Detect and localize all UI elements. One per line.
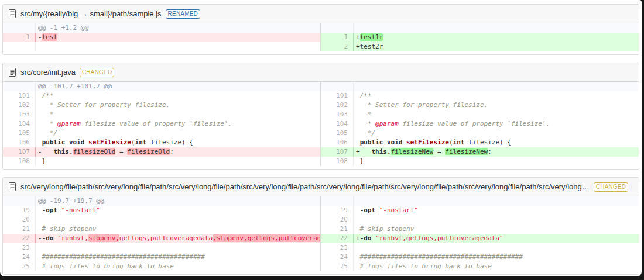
code-segment: -opt: [360, 206, 376, 214]
hunk-header: @@ -101,7 +101,7 @@: [36, 82, 320, 91]
diff-row-right: 2+test2r: [321, 42, 639, 51]
hunk-header-row: @@ -101,7 +101,7 @@: [3, 82, 320, 91]
code-segment: * Setter for property filesize.: [38, 101, 170, 109]
code-segment: +test2r: [356, 43, 383, 50]
code-line: * @param filesize value of property 'fil…: [354, 119, 639, 129]
line-number: 20: [3, 215, 36, 224]
hunk-header-gutter: [321, 23, 354, 33]
status-badge: CHANGED: [80, 68, 114, 77]
code-line: [354, 215, 639, 224]
code-line: -test: [36, 33, 320, 42]
line-number: 108: [3, 157, 36, 166]
hunk-header-row: @@ -1 +1,2 @@: [3, 23, 320, 33]
line-number: 19: [3, 206, 36, 215]
diff-pane-left[interactable]: @@ -101,7 +101,7 @@101 /**102 * Setter f…: [3, 82, 321, 166]
diff-row-right: 19 -opt "-nostart": [321, 206, 639, 215]
line-number: 2: [321, 42, 354, 51]
hunk-header-gutter: [321, 196, 354, 206]
status-badge: CHANGED: [594, 182, 628, 192]
line-number: 20: [321, 215, 354, 224]
code-segment: test: [42, 33, 58, 41]
code-segment: /**: [356, 92, 372, 99]
diff-pane-right[interactable]: 101 /**102 * Setter for property filesiz…: [321, 82, 639, 166]
code-segment: =: [115, 148, 127, 155]
diff-pane-left[interactable]: @@ -1 +1,2 @@1-test: [3, 23, 321, 51]
diff-row-left: 23: [3, 243, 320, 253]
file-name: src/core/init.java: [20, 68, 76, 77]
hunk-header-row: [321, 82, 639, 91]
hunk-header-row: [321, 23, 639, 33]
diff-row-left: 24 #####################################…: [3, 253, 320, 262]
code-segment: * Setter for property filesize.: [356, 101, 488, 109]
hunk-header-gutter: [321, 82, 354, 91]
line-number: 101: [321, 91, 354, 101]
code-segment: }: [356, 157, 364, 165]
code-line: /**: [354, 91, 639, 101]
code-line: # logs files to bring back to base: [36, 262, 320, 271]
code-segment: ########################################…: [38, 253, 205, 261]
code-segment: *: [38, 120, 57, 127]
line-number: 21: [321, 224, 354, 234]
hunk-header: [354, 196, 639, 206]
line-number: 103: [3, 110, 36, 119]
diff-row-right: 20: [321, 215, 639, 224]
code-segment: filesize) {: [464, 139, 511, 146]
code-segment: public void: [42, 139, 88, 146]
code-line: # logs files to bring back to base: [354, 262, 639, 271]
diff-row-right: 22+-do "runbvt,getlogs,pullcoveragedata": [321, 234, 639, 243]
diff-viewer-page: src/my/{really/big → small}/path/sample.…: [0, 0, 642, 276]
diff-row-right: 23: [321, 243, 639, 253]
hunk-header-gutter: [3, 82, 36, 91]
code-segment: ;: [170, 148, 174, 155]
file-name: src/very/long/file/path/src/very/long/fi…: [20, 182, 590, 191]
file-diff-panel: src/my/{really/big → small}/path/sample.…: [2, 4, 639, 55]
diff-row-right: 25 # logs files to bring back to base: [321, 262, 639, 271]
code-segment: +: [356, 234, 360, 242]
hunk-header: @@ -1 +1,2 @@: [36, 23, 320, 33]
code-segment: [42, 148, 54, 155]
diff-row-left: 108 }: [3, 157, 320, 166]
code-segment: setFilesize: [88, 139, 131, 146]
code-segment: (: [449, 139, 453, 146]
code-segment: this.: [54, 148, 73, 155]
diff-pane-right[interactable]: 19 -opt "-nostart"2021 # skip stopenv22+…: [321, 196, 639, 271]
diff-pane-right[interactable]: 1+test1r2+test2r: [321, 23, 639, 51]
code-segment: -opt: [42, 206, 58, 214]
diff-pane-left[interactable]: @@ -19,7 +19,7 @@19 -opt "-nostart"2021 …: [3, 196, 321, 271]
code-segment: filesize value of property 'filesize'.: [399, 120, 550, 127]
code-segment: filesizeOld: [127, 148, 170, 155]
code-segment: int: [453, 139, 465, 146]
code-segment: /**: [38, 92, 54, 99]
file-diff-body: @@ -101,7 +101,7 @@101 /**102 * Setter f…: [3, 82, 639, 169]
code-segment: [356, 206, 360, 214]
line-number: 105: [3, 129, 36, 138]
code-line: public void setFilesize(int filesize) {: [354, 138, 639, 147]
code-segment: -do: [360, 234, 372, 242]
code-segment: +: [356, 33, 360, 41]
file-diff-body: @@ -19,7 +19,7 @@19 -opt "-nostart"2021 …: [3, 196, 639, 274]
code-line: [36, 243, 320, 253]
hunk-header: [354, 82, 639, 91]
line-number: 102: [321, 101, 354, 110]
code-segment: filesizeNew: [445, 148, 488, 155]
code-line: +-do "runbvt,getlogs,pullcoveragedata": [354, 234, 639, 243]
code-line: +test2r: [354, 42, 639, 51]
line-number: 22: [321, 234, 354, 243]
line-number: 106: [3, 138, 36, 147]
hunk-header-gutter: [3, 196, 36, 206]
code-line: /**: [36, 91, 320, 101]
diff-row-right: 102 * Setter for property filesize.: [321, 101, 639, 110]
code-segment: */: [356, 129, 375, 137]
line-number: 107: [321, 147, 354, 157]
code-segment: [360, 148, 372, 155]
diff-row-right: 106 public void setFilesize(int filesize…: [321, 138, 639, 147]
code-segment: int: [135, 139, 147, 146]
code-segment: */: [38, 129, 57, 137]
file-diff-panel: src/core/init.javaCHANGED@@ -101,7 +101,…: [2, 63, 639, 170]
line-number: 21: [3, 224, 36, 234]
code-segment: # logs files to bring back to base: [356, 262, 492, 270]
code-segment: test1r: [360, 33, 383, 41]
code-segment: =: [433, 148, 445, 155]
code-line: --do "runbvt,stopenv,getlogs,pullcoverag…: [36, 234, 320, 243]
code-line: * Setter for property filesize.: [354, 101, 639, 110]
